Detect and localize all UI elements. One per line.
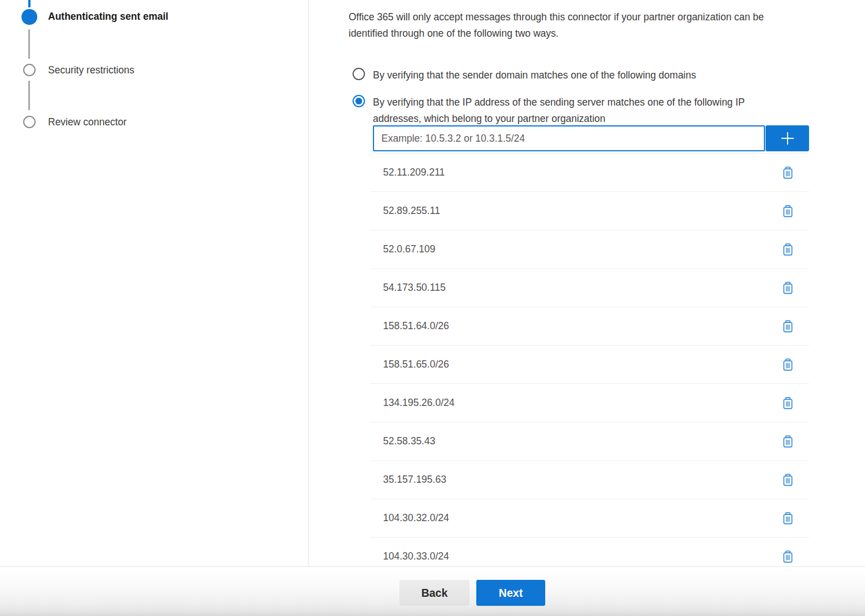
step-authenticating-sent-email[interactable]: Authenticating sent email <box>48 11 168 23</box>
main-content: Office 365 will only accept messages thr… <box>349 0 865 566</box>
delete-ip-button[interactable] <box>781 511 794 526</box>
ip-list-row: 52.58.35.43 <box>370 422 809 461</box>
empty-step-circle-icon[interactable] <box>23 116 36 128</box>
ip-list-row: 52.89.255.11 <box>370 192 809 230</box>
radio-ip-address-label[interactable]: By verifying that the IP address of the … <box>373 94 745 126</box>
ip-address-value: 52.89.255.11 <box>383 205 440 217</box>
trash-icon <box>783 474 793 486</box>
trash-icon <box>783 551 793 563</box>
ip-address-input[interactable] <box>373 125 765 151</box>
ip-list-row: 52.11.209.211 <box>370 154 809 192</box>
intro-text: Office 365 will only accept messages thr… <box>349 9 860 42</box>
radio-sender-domain-label[interactable]: By verifying that the sender domain matc… <box>373 67 696 84</box>
plus-icon <box>779 130 796 147</box>
ip-list-row: 104.30.33.0/24 <box>370 538 809 566</box>
delete-ip-button[interactable] <box>781 396 794 410</box>
step-connector-line <box>28 81 30 110</box>
add-ip-button[interactable] <box>766 125 809 151</box>
trash-icon <box>783 243 793 256</box>
step-connector-top <box>28 0 31 7</box>
back-button[interactable]: Back <box>399 580 470 606</box>
ip-list: 52.11.209.211 52.89.255.11 <box>370 153 809 566</box>
ip-address-value: 35.157.195.63 <box>383 474 446 486</box>
trash-icon <box>783 167 793 179</box>
trash-icon <box>783 205 793 217</box>
trash-icon <box>783 282 793 294</box>
ip-address-value: 104.30.32.0/24 <box>383 512 449 524</box>
active-step-circle-icon[interactable] <box>21 9 37 25</box>
delete-ip-button[interactable] <box>781 549 794 564</box>
trash-icon <box>783 359 793 371</box>
footer-bar: Back Next <box>0 566 865 616</box>
trash-icon <box>783 512 793 525</box>
intro-line-2: identified through one of the following … <box>349 25 860 42</box>
trash-icon <box>783 320 793 333</box>
radio-sender-domain[interactable] <box>353 68 365 80</box>
empty-step-circle-icon[interactable] <box>23 64 36 76</box>
delete-ip-button[interactable] <box>781 281 794 295</box>
ip-address-value: 104.30.33.0/24 <box>383 551 449 562</box>
ip-address-value: 52.0.67.109 <box>383 243 435 255</box>
ip-list-row: 158.51.65.0/26 <box>370 346 809 384</box>
delete-ip-button[interactable] <box>781 165 794 180</box>
trash-icon <box>783 397 793 409</box>
radio-ip-label-line-2: addresses, which belong to your partner … <box>373 111 745 127</box>
delete-ip-button[interactable] <box>781 473 794 487</box>
ip-address-value: 158.51.65.0/26 <box>383 359 449 370</box>
delete-ip-button[interactable] <box>781 242 794 257</box>
intro-line-1: Office 365 will only accept messages thr… <box>349 9 860 25</box>
ip-list-row: 35.157.195.63 <box>370 461 809 499</box>
ip-address-value: 134.195.26.0/24 <box>383 397 455 409</box>
step-review-connector[interactable]: Review connector <box>48 116 127 128</box>
delete-ip-button[interactable] <box>781 357 794 372</box>
radio-selected-dot-icon <box>355 98 362 104</box>
delete-ip-button[interactable] <box>781 319 794 334</box>
ip-address-value: 54.173.50.115 <box>383 282 446 294</box>
ip-address-value: 158.51.64.0/26 <box>383 320 449 332</box>
step-connector-line <box>28 29 30 59</box>
next-button[interactable]: Next <box>476 580 545 606</box>
ip-address-value: 52.58.35.43 <box>383 435 435 447</box>
ip-list-row: 104.30.32.0/24 <box>370 499 809 538</box>
delete-ip-button[interactable] <box>781 434 794 449</box>
step-security-restrictions[interactable]: Security restrictions <box>48 64 134 76</box>
radio-ip-label-line-1: By verifying that the IP address of the … <box>373 94 745 111</box>
delete-ip-button[interactable] <box>781 204 794 219</box>
trash-icon <box>783 435 793 448</box>
ip-address-value: 52.11.209.211 <box>383 167 445 178</box>
ip-list-row: 134.195.26.0/24 <box>370 384 809 422</box>
radio-ip-address[interactable] <box>353 95 365 107</box>
wizard-steps-panel: Authenticating sent email Security restr… <box>0 0 308 566</box>
ip-list-row: 52.0.67.109 <box>370 230 809 269</box>
ip-list-row: 158.51.64.0/26 <box>370 307 809 346</box>
ip-list-row: 54.173.50.115 <box>370 269 809 307</box>
